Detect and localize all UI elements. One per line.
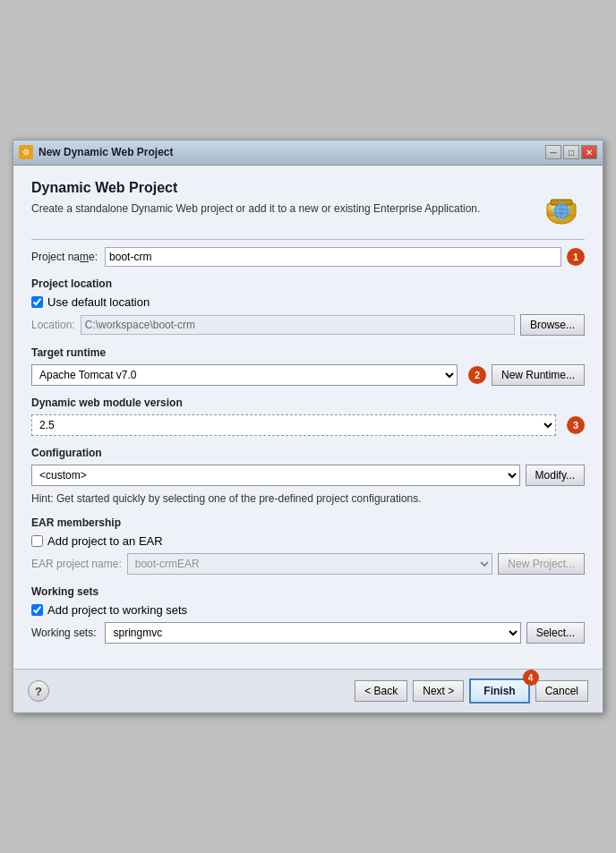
target-runtime-section: Target runtime Apache Tomcat v7.0 2 New … <box>31 346 585 386</box>
finish-button[interactable]: Finish <box>469 678 529 704</box>
ear-name-label: EAR project name: <box>31 558 122 570</box>
working-sets-label: Working sets <box>31 585 585 598</box>
dialog-description: Create a standalone Dynamic Web project … <box>31 201 529 217</box>
version-dropdown-row: 2.5 3 <box>31 414 585 436</box>
default-location-text: Use default location <box>47 295 150 309</box>
project-name-input[interactable] <box>105 247 561 267</box>
next-button[interactable]: Next > <box>413 680 464 702</box>
main-window: ⚙ New Dynamic Web Project ─ □ ✕ Dynamic … <box>13 140 603 714</box>
header-text: Dynamic Web Project Create a standalone … <box>31 180 529 217</box>
working-sets-checkbox-row: Add project to working sets <box>31 603 585 617</box>
configuration-label: Configuration <box>31 447 585 459</box>
help-button[interactable]: ? <box>28 680 49 702</box>
browse-button[interactable]: Browse... <box>520 314 585 336</box>
modify-button[interactable]: Modify... <box>526 465 585 486</box>
ear-checkbox-row: Add project to an EAR <box>31 534 585 548</box>
badge-1: 1 <box>567 248 585 266</box>
ear-checkbox-label: Add project to an EAR <box>47 534 163 548</box>
config-dropdown-row: <custom> Modify... <box>31 465 585 486</box>
configuration-section: Configuration <custom> Modify... Hint: G… <box>31 447 585 507</box>
finish-badge: 4 <box>523 670 539 686</box>
close-button[interactable]: ✕ <box>581 145 597 159</box>
dialog-content: Dynamic Web Project Create a standalone … <box>13 166 603 670</box>
minimize-button[interactable]: ─ <box>545 145 561 159</box>
restore-button[interactable]: □ <box>563 145 579 159</box>
web-module-version-section: Dynamic web module version 2.5 3 <box>31 397 585 436</box>
header-area: Dynamic Web Project Create a standalone … <box>31 180 585 226</box>
ear-name-row: EAR project name: boot-crmEAR New Projec… <box>31 553 585 575</box>
dialog-footer: ? < Back Next > Finish 4 Cancel <box>13 669 603 712</box>
dialog-title: Dynamic Web Project <box>31 180 529 196</box>
cancel-button[interactable]: Cancel <box>535 680 588 702</box>
project-location-section: Project location Use default location Lo… <box>31 277 585 336</box>
ear-membership-label: EAR membership <box>31 516 585 529</box>
location-input-row: Location: Browse... <box>31 314 585 336</box>
working-sets-section: Working sets Add project to working sets… <box>31 585 585 644</box>
new-runtime-button[interactable]: New Runtime... <box>492 364 585 386</box>
version-select[interactable]: 2.5 <box>31 414 556 436</box>
working-sets-checkbox[interactable] <box>31 604 43 616</box>
runtime-select[interactable]: Apache Tomcat v7.0 <box>31 364 458 386</box>
window-controls: ─ □ ✕ <box>545 145 597 159</box>
working-sets-checkbox-label: Add project to working sets <box>47 603 187 617</box>
new-project-button[interactable]: New Project... <box>498 553 585 575</box>
ear-checkbox[interactable] <box>31 535 43 547</box>
badge-2: 2 <box>468 366 486 384</box>
ear-membership-section: EAR membership Add project to an EAR EAR… <box>31 516 585 575</box>
window-icon: ⚙ <box>19 145 33 159</box>
ear-project-select[interactable]: boot-crmEAR <box>127 553 493 575</box>
title-bar: ⚙ New Dynamic Web Project ─ □ ✕ <box>13 141 603 166</box>
config-hint: Hint: Get started quickly by selecting o… <box>31 491 585 507</box>
working-sets-field-label: Working sets: <box>31 627 96 639</box>
location-input[interactable] <box>81 315 515 335</box>
working-sets-input-row: Working sets: springmvc Select... <box>31 622 585 644</box>
window-title: New Dynamic Web Project <box>38 146 545 158</box>
working-sets-select[interactable]: springmvc <box>105 622 520 644</box>
target-runtime-label: Target runtime <box>31 346 585 359</box>
badge-3: 3 <box>567 416 585 434</box>
select-working-sets-button[interactable]: Select... <box>526 622 585 644</box>
runtime-dropdown-row: Apache Tomcat v7.0 2 New Runtime... <box>31 364 585 386</box>
configuration-select[interactable]: <custom> <box>31 465 520 486</box>
project-location-label: Project location <box>31 277 585 290</box>
header-divider <box>31 239 585 240</box>
web-module-label: Dynamic web module version <box>31 397 585 409</box>
finish-button-wrapper: Finish 4 <box>469 678 529 704</box>
location-label: Location: <box>31 319 75 331</box>
project-name-row: Project name: 1 <box>31 247 585 267</box>
globe-icon <box>538 180 585 226</box>
back-button[interactable]: < Back <box>355 680 407 702</box>
default-location-row: Use default location <box>31 295 585 309</box>
default-location-checkbox[interactable] <box>31 296 43 308</box>
project-name-label: Project name: <box>31 251 98 263</box>
